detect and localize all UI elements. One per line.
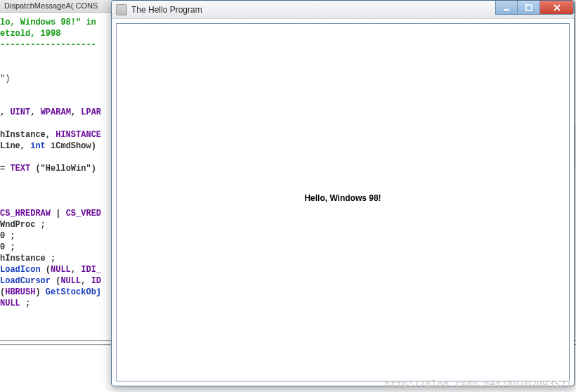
code-line [0,96,112,107]
code-line [0,118,112,129]
code-line: ") [0,73,112,84]
code-line [0,174,112,185]
maximize-icon [525,4,532,11]
code-line: , UINT, WPARAM, LPAR [0,107,112,118]
code-line: LoadIcon (NULL, IDI_ [0,264,112,275]
minimize-icon [503,4,510,11]
code-line: hInstance ; [0,253,112,264]
hello-text: Hello, Windows 98! [304,193,381,203]
close-button[interactable] [540,1,574,15]
svg-rect-1 [526,5,532,11]
svg-rect-0 [504,9,509,11]
code-line [0,51,112,62]
window-caption-buttons [495,1,574,15]
editor-tooltip-text: DispatchMessageA( CONS [4,1,98,10]
window-titlebar[interactable]: The Hello Program [112,1,574,19]
code-line: = TEXT ("HelloWin") [0,163,112,174]
maximize-button[interactable] [518,1,540,15]
code-line: ------------------- [0,39,112,51]
code-line: etzold, 1998 [0,28,112,39]
code-line: hInstance, HINSTANCE [0,129,112,141]
close-icon [553,4,561,11]
code-line: 0 ; [0,242,112,253]
minimize-button[interactable] [495,1,518,15]
code-line: Line, int iCmdShow) [0,141,112,152]
window-client-area: Hello, Windows 98! [116,23,570,381]
code-line: (HBRUSH) GetStockObj [0,287,112,298]
code-line: 0 ; [0,230,112,242]
code-line: CS_HREDRAW | CS_VRED [0,208,112,219]
editor-code-viewport[interactable]: lo, Windows 98!" inetzold, 1998---------… [0,17,112,309]
code-line [0,84,112,96]
hello-program-window: The Hello Program Hello, Windows 98! [111,0,575,386]
code-line [0,62,112,73]
code-line: LoadCursor (NULL, ID [0,275,112,287]
window-title: The Hello Program [131,5,202,15]
app-icon [116,4,127,15]
code-line: WndProc ; [0,219,112,230]
code-line: lo, Windows 98!" in [0,17,112,28]
code-line [0,152,112,163]
code-line [0,197,112,208]
code-line: NULL ; [0,298,112,309]
code-line [0,185,112,197]
